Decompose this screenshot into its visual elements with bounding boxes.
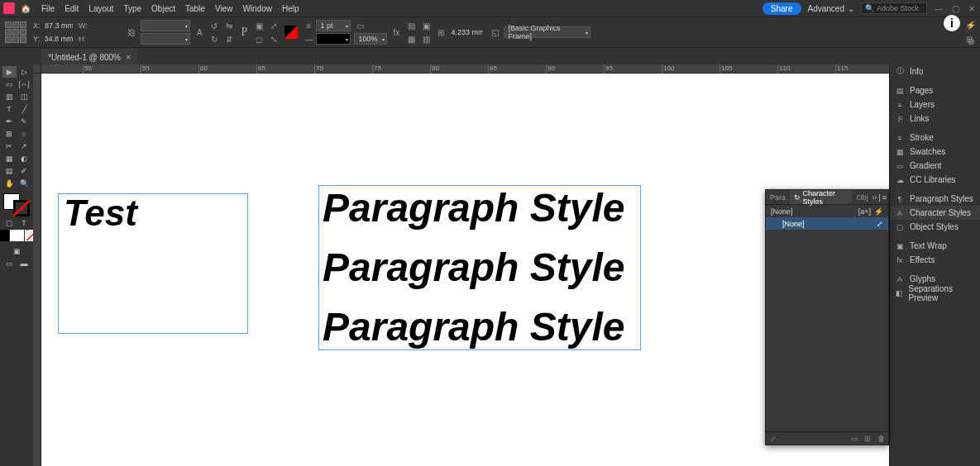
ellipse-tool[interactable]: ○ — [17, 128, 31, 140]
textwrap-none-icon[interactable]: ▤ — [405, 20, 417, 31]
menu-edit[interactable]: Edit — [60, 4, 84, 13]
vertical-ruler[interactable] — [33, 74, 41, 466]
textwrap-bb-icon[interactable]: ▦ — [405, 33, 417, 45]
line-tool[interactable]: ╱ — [17, 103, 31, 115]
w-input[interactable] — [89, 20, 122, 31]
panel-info[interactable]: ⓘInfo — [890, 64, 980, 78]
page-canvas[interactable]: Test Paragraph Style Paragraph Style Par… — [41, 74, 889, 466]
panel-effects[interactable]: fxEffects — [890, 253, 980, 267]
gradient-feather-tool[interactable]: ◐ — [17, 153, 31, 164]
opacity-dd[interactable]: 100% — [354, 33, 387, 45]
x-input[interactable] — [42, 20, 75, 31]
h-input[interactable] — [88, 33, 122, 45]
panel-object-styles[interactable]: ▢Object Styles — [890, 220, 980, 234]
fill-stroke-swatch[interactable] — [284, 26, 298, 39]
delete-style-icon[interactable]: 🗑 — [877, 435, 885, 443]
quick-apply-icon[interactable]: ⚡ — [874, 207, 883, 216]
text-frame-1[interactable]: Test — [58, 193, 248, 334]
style-item-none[interactable]: [None] ⤢ — [766, 217, 888, 230]
apply-color-icon[interactable] — [10, 230, 24, 241]
panel-separations[interactable]: ◧Separations Preview — [890, 286, 980, 300]
scale-y-dd[interactable] — [141, 33, 190, 45]
direct-selection-tool[interactable]: ▷ — [17, 66, 31, 78]
folder-icon[interactable]: ▭ — [850, 435, 858, 443]
object-style-dd[interactable]: [Basic Graphics Frame] — [504, 26, 590, 38]
share-button[interactable]: Share — [762, 2, 801, 15]
autofit-icon[interactable]: ▭ — [354, 20, 366, 31]
y-input[interactable] — [42, 33, 75, 45]
fill-stroke-proxy[interactable] — [3, 193, 30, 216]
menu-table[interactable]: Table — [180, 4, 210, 13]
char-panel-icon[interactable]: A — [194, 26, 205, 38]
fit-frame-icon[interactable]: ⤡ — [268, 33, 280, 45]
lightning-icon[interactable]: ⚡ — [965, 19, 977, 31]
home-icon[interactable]: 🏠 — [20, 2, 31, 14]
gutter-input[interactable] — [448, 26, 485, 38]
select-content-icon[interactable]: ◻ — [253, 33, 265, 45]
constrain-icon[interactable]: ⛓ — [126, 26, 137, 38]
view-mode-presentation[interactable]: ▬ — [17, 258, 31, 269]
minimize-icon[interactable]: — — [934, 3, 944, 13]
gradient-swatch-tool[interactable]: ▦ — [2, 153, 17, 164]
gear-icon[interactable]: ⚙ — [965, 36, 977, 47]
close-icon[interactable]: ✕ — [967, 3, 977, 13]
horizontal-ruler[interactable]: 50556065707580859095100105110115 — [41, 64, 889, 74]
menu-window[interactable]: Window — [237, 4, 277, 13]
edit-style-icon[interactable]: ⤢ — [877, 220, 883, 228]
panel-paragraph-styles[interactable]: ¶Paragraph Styles — [890, 192, 980, 206]
menu-layout[interactable]: Layout — [84, 4, 118, 13]
fit-content-icon[interactable]: ⤢ — [268, 20, 280, 31]
note-tool[interactable]: ▤ — [2, 165, 17, 177]
free-transform-tool[interactable]: ↗ — [17, 140, 31, 152]
panel-menu-icon[interactable]: ≡ — [882, 193, 887, 202]
formatting-container-icon[interactable]: ▢ — [2, 217, 17, 229]
flip-h-icon[interactable]: ⇋ — [223, 20, 235, 31]
panel-tab-object[interactable]: Obj — [852, 190, 872, 204]
stroke-style-dd[interactable] — [316, 33, 351, 45]
menu-type[interactable]: Type — [118, 4, 146, 13]
content-placer-tool[interactable]: ◫ — [17, 91, 31, 102]
eyedropper-tool[interactable]: ✐ — [17, 165, 31, 177]
rectangle-frame-tool[interactable]: ⊠ — [2, 128, 17, 140]
panel-tab-paragraph[interactable]: Para — [766, 190, 790, 204]
new-style-icon[interactable]: ⊞ — [863, 435, 872, 443]
document-tab[interactable]: *Untitled-1 @ 800% ✕ — [41, 50, 138, 64]
reference-point-grid[interactable] — [5, 21, 26, 43]
content-collector-tool[interactable]: ▥ — [2, 91, 17, 102]
paragraph-icon[interactable]: P — [238, 26, 250, 38]
tab-close-icon[interactable]: ✕ — [126, 54, 131, 61]
panel-text-wrap[interactable]: ▣Text Wrap — [890, 239, 980, 253]
view-mode-preview[interactable]: ▭ — [2, 258, 17, 269]
restore-icon[interactable]: ▢ — [950, 3, 960, 13]
panel-pages[interactable]: ▤Pages — [890, 83, 980, 97]
selection-tool[interactable]: ▶ — [2, 66, 17, 78]
apply-none-icon[interactable] — [0, 230, 9, 241]
collapse-icon[interactable]: ›› — [872, 193, 877, 202]
menu-help[interactable]: Help — [277, 4, 304, 13]
ruler-origin[interactable] — [33, 64, 41, 74]
info-bubble-icon[interactable]: i — [944, 15, 960, 31]
panel-cclibraries[interactable]: ☁CC Libraries — [890, 173, 980, 187]
rotate-ccw-icon[interactable]: ↺ — [208, 20, 220, 31]
workspace-switcher[interactable]: Advanced⌄ — [808, 4, 854, 13]
pen-tool[interactable]: ✒ — [2, 116, 17, 127]
zoom-tool[interactable]: 🔍 — [17, 178, 31, 189]
type-tool[interactable]: T — [2, 103, 17, 115]
panel-character-styles[interactable]: ACharacter Styles — [890, 206, 980, 220]
pencil-tool[interactable]: ✎ — [17, 116, 31, 127]
panel-links[interactable]: ⎘Links — [890, 112, 980, 126]
rotate-cw-icon[interactable]: ↻ — [208, 33, 220, 45]
collapse-footer-icon[interactable]: ⤢ — [769, 435, 777, 443]
select-container-icon[interactable]: ▣ — [253, 20, 265, 31]
stock-search-input[interactable]: 🔍Adobe Stock — [861, 2, 927, 14]
hand-tool[interactable]: ✋ — [2, 178, 17, 189]
panel-swatches[interactable]: ▦Swatches — [890, 145, 980, 159]
scale-x-dd[interactable] — [141, 20, 190, 31]
view-mode-normal[interactable]: ▣ — [10, 245, 24, 257]
menu-object[interactable]: Object — [146, 4, 180, 13]
stroke-weight-dd[interactable]: 1 pt — [316, 20, 351, 31]
page-tool[interactable]: ▭ — [2, 78, 17, 90]
menu-file[interactable]: File — [36, 4, 60, 13]
panel-gradient[interactable]: ▭Gradient — [890, 159, 980, 173]
style-header-row[interactable]: [None] [a+]⚡ — [766, 205, 888, 217]
